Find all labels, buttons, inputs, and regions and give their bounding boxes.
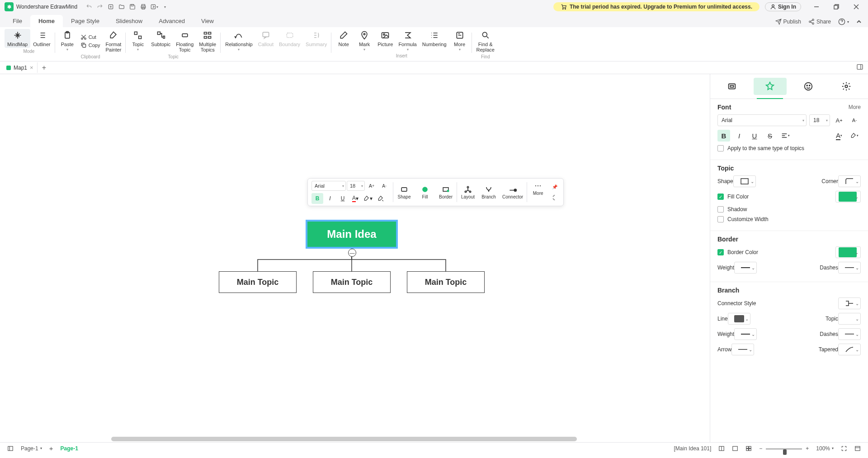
connector-style-select[interactable] (838, 297, 861, 309)
highlight-button[interactable]: ▾ (848, 130, 861, 142)
maximize-button[interactable] (826, 0, 846, 14)
float-fontcolor-button[interactable]: A ▾ (349, 193, 361, 204)
doc-tab-map1[interactable]: Map1 × (2, 62, 38, 73)
tab-slideshow[interactable]: Slideshow (108, 15, 151, 27)
font-family-select[interactable]: Arial (717, 114, 807, 126)
corner-select[interactable] (838, 175, 861, 187)
outline-view-button[interactable] (4, 445, 17, 452)
strike-button[interactable]: S (764, 130, 776, 142)
float-italic-button[interactable]: I (324, 193, 336, 204)
panel-tab-style[interactable] (716, 78, 748, 95)
close-window-button[interactable] (846, 0, 866, 14)
tab-advanced[interactable]: Advanced (151, 15, 193, 27)
undo-button[interactable] (84, 1, 94, 12)
relationship-button[interactable]: Relationship▾ (222, 29, 255, 52)
float-bold-button[interactable]: B (311, 193, 323, 204)
tab-file[interactable]: File (5, 15, 30, 27)
canvas-scrollbar[interactable] (0, 436, 547, 442)
add-doc-button[interactable]: + (38, 62, 51, 74)
float-underline-button[interactable]: U (337, 193, 349, 204)
topic-node-1[interactable]: Main Topic (219, 271, 297, 293)
fit-page-button[interactable] (837, 445, 851, 452)
page-selector[interactable]: Page-1 ▾ (17, 445, 46, 452)
canvas[interactable]: Arial 18 A+ A- B I U A ▾ ▾ Shape Fill (0, 74, 710, 442)
find-replace-button[interactable]: Find & Replace (474, 29, 497, 53)
border-color-checkbox[interactable]: ✓ (717, 249, 724, 255)
mindmap-mode-button[interactable]: MindMap (5, 29, 30, 48)
paste-button[interactable]: Paste▾ (57, 29, 78, 53)
tab-home[interactable]: Home (30, 15, 63, 27)
panel-tab-icons[interactable] (792, 78, 825, 95)
page-tab[interactable]: Page-1 (57, 445, 81, 452)
shape-select[interactable] (733, 175, 756, 187)
copy-button[interactable]: Copy (78, 41, 103, 49)
panel-toggle-button[interactable] (852, 61, 868, 74)
float-shrink-font-button[interactable]: A- (378, 180, 390, 191)
picture-button[interactable]: Picture (375, 29, 396, 52)
line-color-select[interactable] (728, 313, 750, 325)
format-painter-button[interactable]: Format Painter (103, 29, 124, 53)
branch-dashes-select[interactable] (838, 328, 861, 340)
open-file-button[interactable] (116, 1, 127, 12)
insert-more-button[interactable]: More▾ (449, 29, 470, 52)
branch-topic-select[interactable] (838, 313, 861, 325)
formula-button[interactable]: Formula▾ (396, 29, 419, 52)
font-more-button[interactable]: More (849, 104, 861, 110)
tapered-select[interactable] (838, 344, 861, 355)
zoom-in-button[interactable]: + (802, 445, 812, 452)
font-color-button[interactable]: A▾ (833, 130, 845, 142)
border-weight-select[interactable] (734, 262, 757, 274)
branch-weight-select[interactable] (734, 328, 757, 340)
collapse-ribbon-button[interactable] (856, 19, 862, 24)
grow-font-button[interactable]: A+ (833, 114, 845, 126)
float-size-select[interactable]: 18 (347, 181, 365, 191)
print-button[interactable] (138, 1, 149, 12)
float-border-button[interactable]: Border (436, 184, 456, 200)
apply-same-checkbox[interactable] (717, 145, 724, 151)
floating-topic-button[interactable]: Floating Topic (173, 29, 196, 53)
minimize-button[interactable] (807, 0, 826, 14)
shrink-font-button[interactable]: A- (848, 114, 861, 126)
border-dashes-select[interactable] (838, 262, 861, 274)
main-idea-node[interactable]: Main Idea (306, 220, 398, 249)
border-color-select[interactable] (835, 246, 861, 258)
panel-tab-settings[interactable] (830, 78, 863, 95)
outliner-mode-button[interactable]: Outliner (30, 29, 53, 48)
view-grid-button[interactable] (742, 445, 755, 452)
cut-button[interactable]: Cut (78, 33, 103, 41)
trial-banner[interactable]: The trial period has expired. Upgrade to… (553, 2, 760, 11)
float-font-select[interactable]: Arial (311, 181, 346, 191)
float-fill-button[interactable]: Fill (415, 184, 435, 200)
float-expand-button[interactable] (549, 192, 561, 203)
mark-button[interactable]: Mark▾ (354, 29, 375, 52)
tab-page-style[interactable]: Page Style (63, 15, 108, 27)
save-button[interactable] (127, 1, 138, 12)
shadow-checkbox[interactable] (717, 206, 724, 212)
font-size-select[interactable]: 18 (809, 114, 830, 126)
numbering-button[interactable]: Numbering (420, 29, 449, 52)
float-more-button[interactable]: More (528, 180, 548, 204)
float-connector-button[interactable]: Connector (500, 184, 526, 200)
align-button[interactable]: ▾ (779, 130, 792, 142)
float-layout-button[interactable]: Layout (458, 184, 478, 200)
more-qat-button[interactable]: ▾ (160, 1, 170, 12)
float-clear-format-button[interactable] (375, 193, 387, 204)
multiple-topics-button[interactable]: Multiple Topics (196, 29, 219, 53)
zoom-value[interactable]: 100% ▾ (812, 445, 837, 452)
float-shape-button[interactable]: Shape (394, 184, 414, 200)
share-button[interactable]: Share (808, 19, 831, 25)
zoom-out-button[interactable]: − (755, 445, 766, 452)
topic-button[interactable]: Topic▾ (127, 29, 148, 53)
new-file-button[interactable] (105, 1, 116, 12)
publish-button[interactable]: Publish (775, 19, 801, 25)
topic-node-2[interactable]: Main Topic (313, 271, 391, 293)
view-single-button[interactable] (728, 445, 742, 452)
float-grow-font-button[interactable]: A+ (366, 180, 377, 191)
float-branch-button[interactable]: Branch (479, 184, 499, 200)
fill-color-checkbox[interactable]: ✓ (717, 194, 724, 200)
signin-button[interactable]: Sign In (765, 2, 801, 11)
panel-tab-format[interactable] (754, 78, 786, 95)
export-button[interactable]: ▾ (149, 1, 160, 12)
customize-width-checkbox[interactable] (717, 216, 724, 222)
topic-node-3[interactable]: Main Topic (407, 271, 485, 293)
